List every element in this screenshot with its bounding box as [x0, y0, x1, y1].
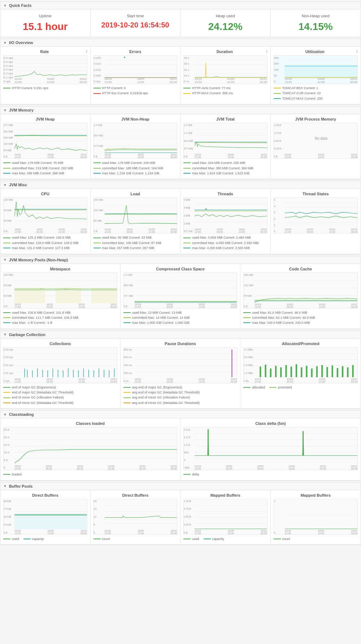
- duration-legend: HTTP-AVG Current: 77 ms HTTP-MAX Current…: [183, 86, 268, 96]
- svg-rect-105: [337, 368, 338, 377]
- cpu-legend: used Max: 125.3 MiB Current: 106.5 MiB c…: [3, 235, 87, 251]
- class-delta-panel: Class delta (5m) 2.0 K1.5 K1.0 K5000-500: [180, 418, 361, 480]
- utilisation-y-labels: 250200150500: [274, 56, 285, 84]
- jvm-total-chart: 1.9 GiB1.4 GiB954 MiB477 MiB0 B 10/1912:…: [183, 123, 268, 159]
- classes-loaded-y-labels: 25 K20 K15 K10 K5 K0: [4, 427, 14, 470]
- pause-y-labels: 800 ms600 ms400 ms200 ms0 ns: [124, 348, 135, 383]
- buffer-pools-charts-grid: Direct Buffers 98 KiB73 KiB49 KiB24 KiB0…: [0, 490, 361, 545]
- thread-states-chart: 543210 10/1912:0010/2000:0010/2012:0010/…: [274, 197, 358, 234]
- jvm-memory-header[interactable]: ▼ JVM Memory: [0, 106, 361, 114]
- mapped-buffers-y-labels: 1.00 B0.75 B0.50 B0.25 B0 B: [184, 499, 195, 535]
- code-cache-y-labels: 286 MiB191 MiB95 MiB0 B: [244, 273, 255, 308]
- jvm-total-panel: JVM Total 1.9 GiB1.4 GiB954 MiB477 MiB0 …: [180, 114, 271, 179]
- jvm-process-y-labels: 1.00 B0.75 B0.50 B0.25 B0 B: [274, 123, 285, 158]
- collections-x-labels: 10/1912:0010/2000:0010/2012:0010/2100:00: [14, 378, 117, 383]
- code-cache-svg: [255, 273, 357, 303]
- svg-rect-100: [311, 368, 313, 377]
- jvm-memory-charts-grid: JVM Heap 477 MiB381 MiB286 MiB191 MiB95 …: [0, 114, 361, 179]
- collections-chart: 0.04 ops0.03 ops0.02 ops0.01 ops0 ops: [3, 347, 117, 383]
- code-cache-panel: Code Cache 286 MiB191 MiB95 MiB0 B: [240, 264, 361, 329]
- heap-label: Heap used: [186, 14, 265, 18]
- load-y-labels: 200 MiB191 MiB95 MiB0 B: [94, 198, 105, 233]
- chevron-icon: ▼: [3, 108, 7, 112]
- jvm-total-svg: [195, 123, 267, 153]
- classes-loaded-panel: Classes loaded 25 K20 K15 K10 K5 K0: [0, 418, 180, 480]
- chevron-icon: ▼: [3, 258, 7, 262]
- metaspace-x-labels: 10/1912:0010/2000:0010/2012:0010/2100:00: [14, 303, 117, 308]
- mapped-buffers-used-chart: 1.00 B0.75 B0.50 B0.25 B0 B 10/1912:0010…: [183, 499, 268, 535]
- jvm-misc-charts-grid: CPU 143 MiB95 MiB48 MiB0 B 1: [0, 189, 361, 254]
- buffer-pools-header[interactable]: ▼ Buffer Pools: [0, 483, 361, 490]
- svg-rect-103: [327, 367, 328, 377]
- starttime-label: Start time: [96, 14, 175, 18]
- jvm-misc-header[interactable]: ▼ JVM Misc: [0, 181, 361, 189]
- load-x-labels: 10/1912:0010/2000:0010/2012:0010/2100:00: [105, 228, 177, 233]
- compressed-class-chart: 1.4 GiB954 MiB477 MiB0 B 10/1912:0010/20…: [123, 273, 238, 309]
- direct-count-y-labels: 20151050: [94, 499, 105, 535]
- classes-loaded-x-labels: 10/1916:0010/2000:0010/2008:0010/2016:00…: [14, 465, 177, 470]
- jvm-nonheap-svg: [105, 123, 177, 153]
- utilisation-info-icon[interactable]: ℹ: [356, 49, 358, 53]
- duration-info-icon[interactable]: ℹ: [266, 49, 268, 53]
- threads-panel: Threads 5 MiB4 MiB3 MiB2 MiB977 KiB: [180, 189, 271, 254]
- duration-x-labels: 10/1912:0010/2012:0010/2100:00: [195, 77, 267, 84]
- threads-chart: 5 MiB4 MiB3 MiB2 MiB977 KiB 10/1912:0010…: [183, 197, 268, 234]
- class-delta-chart: 2.0 K1.5 K1.0 K5000-500: [183, 427, 358, 470]
- quick-fact-heap: Heap used 24.12%: [180, 9, 271, 37]
- allocated-promoted-panel: Allocated/Promoted 4.0 MBs3.0 MBs2.0 MBs…: [240, 339, 361, 409]
- pause-svg: [135, 348, 237, 378]
- rate-info-icon[interactable]: ℹ: [86, 49, 87, 53]
- cpu-title: CPU: [3, 192, 87, 196]
- rate-chart-inner: [14, 56, 87, 79]
- metaspace-panel: Metaspace 143 MiB95 MiB48 MiB0 B: [0, 264, 121, 329]
- svg-rect-15: [285, 66, 358, 79]
- classes-loaded-inner: [14, 427, 177, 465]
- threads-legend: used Max: 3.009 MiB Current: 2.484 MiB c…: [183, 235, 268, 251]
- classes-loaded-legend: loaded: [3, 472, 177, 477]
- jvm-nonheap-panel: JVM Non-Heap 1.4 GiB954 MiB477 MiB0 B: [91, 114, 181, 179]
- jvm-heap-x-labels: 10/1912:0010/2012:0010/2100:00: [14, 153, 87, 158]
- jvm-process-x-labels: 10/1912:0010/2012:0010/2100:00: [285, 153, 358, 158]
- mapped-count-chart-inner: [285, 499, 358, 530]
- jvm-memory-pools-header[interactable]: ▼ JVM Memory Pools (Non-Heap): [0, 256, 361, 264]
- duration-y-labels: 40 s30 s20 s10 s0 ns: [184, 56, 195, 84]
- quick-facts-section: ▼ Quick Facts Uptime 15.1 hour Start tim…: [0, 1, 361, 37]
- garbage-collection-section: ▼ Garbage Collection Collections 0.04 op…: [0, 331, 361, 409]
- io-overview-header[interactable]: ▼ I/O Overview: [0, 39, 361, 47]
- errors-title: Errors: [93, 49, 178, 54]
- jvm-heap-svg: [14, 123, 87, 153]
- errors-legend: HTTP Current: 0 HTTP-5xx Current: 0.0181…: [93, 86, 178, 96]
- collections-svg: [14, 348, 117, 378]
- utilisation-chart: 250200150500 10/1912:0010/20: [274, 55, 358, 84]
- utilisation-title: Utilisation ℹ: [274, 49, 358, 54]
- mapped-count-svg: [285, 499, 358, 530]
- rate-x-labels: 10/1912:0010/2012:0010/2100:00: [14, 77, 87, 84]
- direct-count-svg: [105, 499, 177, 530]
- direct-buffers-y-labels: 98 KiB73 KiB49 KiB24 KiB0 B: [4, 499, 14, 535]
- load-svg: [105, 198, 177, 228]
- mapped-buffers-chart-inner: [195, 499, 267, 530]
- jvm-misc-title: JVM Misc: [9, 183, 27, 187]
- nonheap-label: Non-Heap used: [277, 14, 355, 18]
- load-panel: Load 200 MiB191 MiB95 MiB0 B: [91, 189, 181, 254]
- allocated-legend: allocatedpromoted: [243, 385, 358, 390]
- load-legend: used Max: 92 MiB Current: 53 MiB committ…: [93, 235, 178, 251]
- errors-panel: Errors 0.0200.0150.0100.0050 ops: [91, 47, 181, 104]
- svg-rect-98: [301, 367, 302, 377]
- quick-facts-header[interactable]: ▼ Quick Facts: [0, 2, 361, 9]
- classes-loaded-svg: [14, 427, 177, 465]
- threads-title: Threads: [183, 192, 268, 196]
- jvm-nonheap-title: JVM Non-Heap: [93, 117, 178, 121]
- duration-chart-inner: [195, 56, 267, 79]
- jvm-heap-title: JVM Heap: [3, 117, 87, 121]
- garbage-collection-header[interactable]: ▼ Garbage Collection: [0, 331, 361, 339]
- thread-states-x-labels: 10/1912:0010/2000:0010/2012:0010/2100:00: [285, 228, 358, 233]
- direct-count-chart-inner: [105, 499, 177, 530]
- collections-legend: end of major GC (Ergonomics) end of majo…: [3, 385, 117, 406]
- collections-title: Collections: [3, 341, 117, 346]
- load-title: Load: [93, 192, 178, 196]
- thread-states-svg: [285, 198, 358, 228]
- threads-svg: [195, 198, 267, 228]
- classloading-header[interactable]: ▼ Classloading: [0, 411, 361, 418]
- quick-fact-uptime: Uptime 15.1 hour: [0, 9, 91, 37]
